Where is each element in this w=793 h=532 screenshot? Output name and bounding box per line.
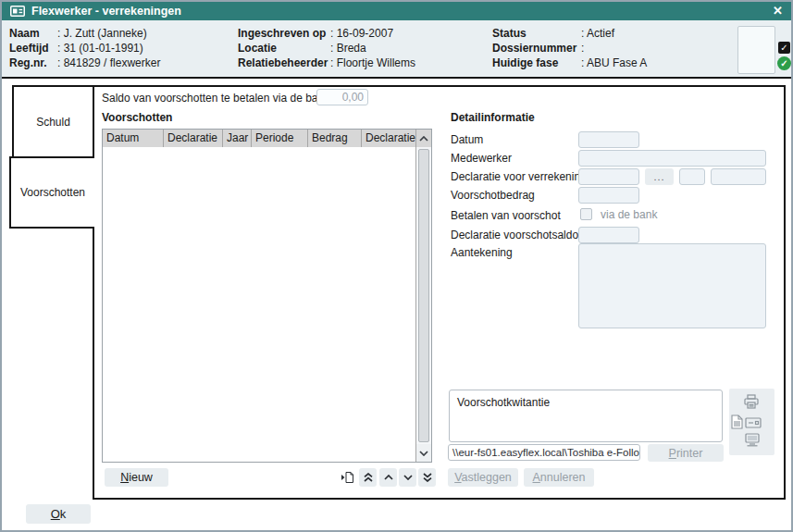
printer-button-label: Printer bbox=[669, 447, 703, 460]
document-list[interactable]: Voorschotkwitantie bbox=[449, 390, 723, 442]
first-record-icon[interactable] bbox=[359, 468, 377, 487]
declaratie-jaar-input[interactable] bbox=[679, 168, 705, 185]
field-value: : 16-09-2007 bbox=[330, 26, 393, 41]
field-value: : J. Zutt (Janneke) bbox=[57, 26, 147, 41]
column-header-declaratie[interactable]: Declaratie bbox=[164, 130, 223, 147]
via-de-bank-label: via de bank bbox=[601, 208, 657, 221]
field-label: Locatie bbox=[238, 41, 330, 56]
header-field-regnr: Reg.nr.: 841829 / flexwerker bbox=[9, 56, 160, 70]
field-label: Huidige fase bbox=[492, 56, 581, 70]
voorschotsaldo-input[interactable] bbox=[578, 227, 639, 243]
field-label: Ingeschreven op bbox=[238, 26, 330, 41]
header-column-1: Naam: J. Zutt (Janneke) Leeftijd: 31 (01… bbox=[9, 26, 160, 70]
header-field-ingeschreven: Ingeschreven op: 16-09-2007 bbox=[238, 26, 415, 41]
document-list-item[interactable]: Voorschotkwitantie bbox=[457, 396, 550, 409]
tab-voorschotten-label: Voorschotten bbox=[20, 186, 85, 199]
nieuw-button-label: Nieuw bbox=[120, 471, 153, 484]
ok-button[interactable]: Ok bbox=[26, 504, 91, 524]
scrollbar-thumb[interactable] bbox=[418, 149, 429, 442]
person-header: Naam: J. Zutt (Janneke) Leeftijd: 31 (01… bbox=[2, 20, 791, 79]
printer-icon[interactable] bbox=[743, 394, 760, 409]
last-record-icon[interactable] bbox=[418, 468, 436, 487]
scroll-up-icon[interactable] bbox=[416, 130, 431, 147]
screen-icon[interactable] bbox=[745, 433, 760, 447]
annuleren-button-label: Annuleren bbox=[533, 471, 586, 484]
tab-schuld-label: Schuld bbox=[36, 116, 70, 129]
datum-input[interactable] bbox=[578, 131, 639, 148]
column-header-bedrag[interactable]: Bedrag bbox=[308, 130, 362, 147]
vastleggen-button-label: Vastleggen bbox=[454, 471, 512, 484]
field-label: Status bbox=[492, 26, 581, 41]
aantekening-textarea[interactable] bbox=[578, 243, 766, 328]
document-icon[interactable] bbox=[731, 414, 743, 429]
declaratie-voorschotsaldo-label: Declaratie voorschotsaldo bbox=[451, 229, 578, 241]
id-card-icon bbox=[10, 6, 25, 17]
status-green-check-icon: ✓ bbox=[777, 56, 791, 70]
medewerker-label: Medewerker bbox=[451, 152, 512, 165]
field-value: : ABU Fase A bbox=[581, 56, 647, 70]
field-value: : Floortje Willems bbox=[330, 56, 415, 70]
via-de-bank-checkbox[interactable] bbox=[580, 208, 592, 220]
column-header-jaar[interactable]: Jaar bbox=[223, 130, 252, 147]
datum-label: Datum bbox=[451, 133, 483, 146]
field-label: Relatiebeheerder bbox=[238, 56, 330, 70]
scroll-down-icon[interactable] bbox=[416, 444, 431, 462]
printer-button[interactable]: Printer bbox=[648, 444, 724, 462]
close-icon[interactable]: ✕ bbox=[773, 2, 783, 20]
tab-schuld[interactable]: Schuld bbox=[12, 85, 94, 158]
vastleggen-button[interactable]: Vastleggen bbox=[448, 468, 518, 487]
declaratie-verrekening-label: Declaratie voor verrekening bbox=[451, 170, 587, 183]
detail-title: Detailinformatie bbox=[451, 111, 535, 124]
field-value: : bbox=[581, 41, 584, 56]
email-icon[interactable] bbox=[745, 417, 762, 428]
column-header-periode[interactable]: Periode bbox=[252, 130, 308, 147]
checked-checkbox-icon[interactable]: ✓ bbox=[778, 42, 790, 54]
tab-voorschotten[interactable]: Voorschotten bbox=[9, 156, 94, 229]
photo-placeholder bbox=[737, 26, 775, 74]
field-label: Naam bbox=[9, 26, 57, 41]
ok-button-label: Ok bbox=[51, 507, 67, 521]
field-label: Dossiernummer bbox=[492, 41, 581, 56]
browse-button-label: ... bbox=[653, 171, 664, 182]
output-options-panel bbox=[729, 389, 774, 455]
declaratie-periode-input[interactable] bbox=[711, 168, 766, 185]
next-record-icon[interactable] bbox=[399, 468, 416, 487]
nieuw-button[interactable]: Nieuw bbox=[105, 468, 168, 487]
table-title: Voorschotten bbox=[102, 111, 172, 124]
header-field-dossiernummer: Dossiernummer: bbox=[492, 41, 647, 56]
printer-path-field: \\eur-fs01.easyflex.local\Toshiba e-Foll… bbox=[448, 444, 640, 461]
betalen-voorschot-label: Betalen van voorschot bbox=[451, 209, 561, 222]
voorschotbedrag-label: Voorschotbedrag bbox=[451, 189, 535, 202]
declaratie-input[interactable] bbox=[578, 168, 639, 185]
field-value: : Breda bbox=[330, 41, 366, 56]
field-value: : Actief bbox=[581, 26, 614, 41]
table-scrollbar[interactable] bbox=[415, 130, 431, 462]
field-value: : 841829 / flexwerker bbox=[57, 56, 160, 70]
voorschotten-panel: Saldo van voorschotten te betalen via de… bbox=[93, 85, 786, 500]
header-column-2: Ingeschreven op: 16-09-2007 Locatie: Bre… bbox=[238, 26, 415, 70]
header-field-leeftijd: Leeftijd: 31 (01-01-1991) bbox=[9, 41, 160, 56]
field-label: Leeftijd bbox=[9, 41, 57, 56]
saldo-input[interactable] bbox=[316, 89, 368, 105]
saldo-label: Saldo van voorschotten te betalen via de… bbox=[102, 92, 329, 105]
browse-button[interactable]: ... bbox=[645, 168, 674, 185]
aantekening-label: Aantekening bbox=[451, 246, 513, 259]
column-header-datum[interactable]: Datum bbox=[103, 130, 164, 147]
header-field-naam: Naam: J. Zutt (Janneke) bbox=[9, 26, 160, 41]
column-header-declaratiesaldo[interactable]: Declaratiesa... bbox=[362, 130, 415, 147]
header-field-huidige-fase: Huidige fase: ABU Fase A bbox=[492, 56, 647, 70]
annuleren-button[interactable]: Annuleren bbox=[524, 468, 594, 487]
header-column-3: Status: Actief Dossiernummer: Huidige fa… bbox=[492, 26, 647, 70]
new-record-icon[interactable] bbox=[339, 468, 356, 487]
header-field-status: Status: Actief bbox=[492, 26, 647, 41]
window-title: Flexwerker - verrekeningen bbox=[31, 5, 766, 18]
previous-record-icon[interactable] bbox=[379, 468, 397, 487]
voorschotbedrag-input[interactable] bbox=[578, 187, 639, 204]
medewerker-input[interactable] bbox=[578, 150, 766, 167]
titlebar: Flexwerker - verrekeningen ✕ bbox=[2, 2, 791, 20]
field-label: Reg.nr. bbox=[9, 56, 57, 70]
voorschotten-table[interactable]: Datum Declaratie Jaar Periode Bedrag Dec… bbox=[102, 129, 432, 463]
flexwerker-window: Flexwerker - verrekeningen ✕ Naam: J. Zu… bbox=[0, 0, 793, 532]
header-field-relatiebeheerder: Relatiebeheerder: Floortje Willems bbox=[238, 56, 415, 70]
field-value: : 31 (01-01-1991) bbox=[57, 41, 143, 56]
